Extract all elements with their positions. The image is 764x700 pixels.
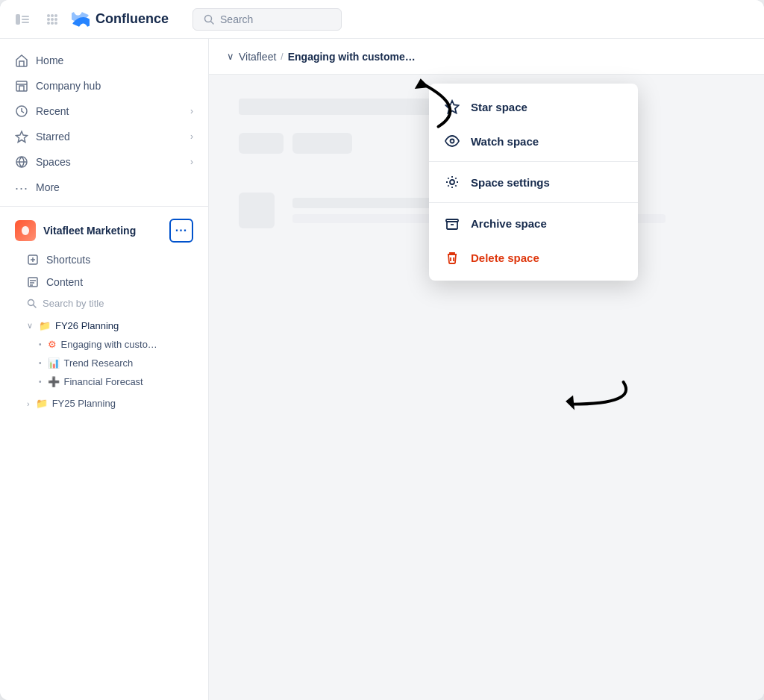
svg-marker-24 [446, 101, 459, 113]
menu-item-delete[interactable]: Delete space [429, 240, 638, 275]
menu-item-watch-label: Watch space [471, 135, 539, 148]
breadcrumb-separator: / [281, 51, 283, 62]
svg-point-10 [47, 22, 50, 25]
sidebar-item-starred-label: Starred [36, 131, 183, 143]
globe-icon [15, 155, 28, 169]
sub-nav-shortcuts[interactable]: Shortcuts [0, 249, 208, 271]
logo-text: Confluence [96, 11, 169, 27]
search-title-placeholder: Search by title [43, 298, 104, 309]
space-menu-button[interactable]: ··· [169, 219, 193, 243]
svg-rect-2 [22, 19, 29, 20]
svg-line-23 [34, 305, 37, 308]
sidebar-item-spaces[interactable]: Spaces › [0, 149, 208, 175]
page-emoji-icon: ⚙ [48, 339, 57, 350]
sidebar-item-more[interactable]: ··· More [0, 175, 208, 200]
menu-item-archive[interactable]: Archive space [429, 206, 638, 240]
menu-divider-1 [429, 161, 638, 162]
sidebar-item-home[interactable]: Home [0, 48, 208, 73]
tree-fy25-label: FY25 Planning [52, 398, 116, 409]
confluence-logo: Confluence [72, 10, 169, 28]
bullet-dot-3: • [39, 378, 42, 386]
space-name: Vitafleet Marketing [43, 225, 162, 237]
sidebar-item-company-hub[interactable]: Company hub [0, 73, 208, 99]
sidebar-toggle-icon[interactable] [12, 9, 33, 30]
menu-item-settings-label: Space settings [471, 176, 550, 189]
sidebar-item-company-hub-label: Company hub [36, 80, 193, 92]
svg-point-4 [47, 14, 50, 17]
skeleton-square [239, 193, 275, 228]
menu-item-delete-label: Delete space [471, 251, 539, 264]
svg-point-25 [451, 140, 454, 143]
menu-item-watch[interactable]: Watch space [429, 124, 638, 158]
search-title-input[interactable]: Search by title [0, 293, 208, 313]
trash-icon [444, 249, 460, 266]
bullet-dot: • [39, 340, 42, 349]
more-dots-icon: ··· [15, 181, 28, 194]
svg-rect-3 [22, 22, 29, 23]
table-icon: 📊 [48, 357, 60, 369]
tree-child-trend[interactable]: • 📊 Trend Research [0, 354, 208, 372]
breadcrumb-chevron-down: ∨ [227, 51, 234, 62]
tree-parent-label: FY26 Planning [55, 320, 119, 331]
app-window: Confluence Search Home [0, 0, 764, 700]
svg-point-5 [51, 14, 54, 17]
menu-item-archive-label: Archive space [471, 217, 547, 230]
menu-item-star[interactable]: Star space [429, 90, 638, 124]
topbar: Confluence Search [0, 0, 764, 39]
spaces-chevron: › [190, 157, 193, 167]
sidebar-item-more-label: More [36, 181, 193, 193]
building-icon [15, 79, 28, 93]
star-menu-icon [444, 99, 460, 115]
sidebar-item-recent-label: Recent [36, 105, 183, 117]
menu-item-settings[interactable]: Space settings [429, 165, 638, 199]
svg-line-14 [211, 21, 214, 24]
space-item-vitafleet[interactable]: Vitafleet Marketing ··· [0, 213, 208, 249]
skeleton-box-2 [292, 133, 352, 154]
content-label: Content [46, 276, 83, 288]
svg-point-26 [450, 180, 454, 184]
svg-rect-0 [16, 14, 20, 25]
starred-chevron: › [190, 131, 193, 142]
apps-icon[interactable] [42, 9, 63, 30]
svg-point-9 [54, 18, 57, 21]
archive-icon [444, 215, 460, 231]
bullet-dot-2: • [39, 359, 42, 367]
breadcrumb: ∨ Vitafleet / Engaging with custome… [209, 39, 764, 75]
main-layout: Home Company hub [0, 39, 764, 700]
sidebar-divider [0, 206, 208, 207]
sidebar-item-recent[interactable]: Recent › [0, 99, 208, 124]
content-area: ∨ Vitafleet / Engaging with custome… [209, 39, 764, 700]
svg-point-8 [51, 18, 54, 21]
search-placeholder: Search [220, 13, 253, 25]
star-icon [15, 130, 28, 143]
svg-point-11 [51, 22, 54, 25]
tree-fy26: ∨ 📁 FY26 Planning • ⚙ Engaging with cust… [0, 313, 208, 394]
tree-child-label-2: Financial Forecast [64, 376, 143, 387]
plus-icon: ➕ [48, 376, 60, 387]
content-icon [27, 276, 39, 288]
shortcut-icon [27, 254, 39, 266]
recent-chevron: › [190, 106, 193, 116]
tree-child-financial[interactable]: • ➕ Financial Forecast [0, 372, 208, 391]
folder-icon-fy25: 📁 [36, 398, 48, 409]
folder-icon: 📁 [39, 320, 51, 331]
space-avatar [15, 220, 36, 241]
shortcuts-label: Shortcuts [46, 254, 90, 266]
eye-icon [444, 133, 460, 149]
svg-point-12 [54, 22, 57, 25]
search-bar[interactable]: Search [192, 8, 342, 31]
tree-child-label-1: Trend Research [64, 357, 134, 369]
context-menu: Star space Watch space [429, 84, 638, 281]
menu-item-star-label: Star space [471, 101, 527, 113]
sub-nav-content[interactable]: Content [0, 271, 208, 293]
svg-marker-17 [16, 131, 28, 143]
svg-marker-29 [566, 396, 574, 410]
tree-parent-fy26[interactable]: ∨ 📁 FY26 Planning [0, 316, 208, 335]
svg-rect-27 [446, 219, 458, 222]
sidebar-item-home-label: Home [36, 54, 193, 66]
tree-child-engaging[interactable]: • ⚙ Engaging with custo… [0, 335, 208, 354]
sidebar-item-starred[interactable]: Starred › [0, 124, 208, 149]
tree-chevron-right: › [27, 399, 30, 408]
tree-fy25-collapsed[interactable]: › 📁 FY25 Planning [0, 394, 208, 413]
home-icon [15, 54, 28, 67]
